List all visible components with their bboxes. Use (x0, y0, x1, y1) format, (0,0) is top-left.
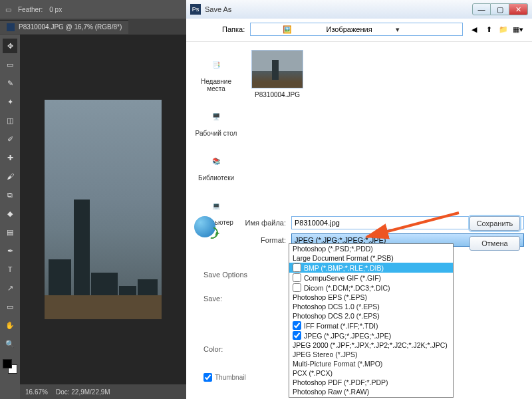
view-menu-icon[interactable]: ▦▾ (512, 23, 524, 35)
format-option-label: JPEG 2000 (*.JPF;*.JPX;*.JP2;*.J2C;*.J2K… (293, 341, 448, 349)
format-option[interactable]: Multi-Picture Format (*.MPO) (289, 359, 453, 368)
feather-value: 0 px (49, 6, 62, 13)
feather-label: Feather: (18, 6, 43, 13)
format-option-checkbox[interactable] (293, 273, 301, 282)
minimize-button[interactable]: — (472, 3, 491, 15)
format-option-checkbox[interactable] (293, 283, 301, 292)
format-option-label: Photoshop EPS (*.EPS) (293, 293, 367, 301)
format-option[interactable]: Photoshop DCS 1.0 (*.EPS) (289, 302, 453, 311)
desktop-icon: 🖥️ (205, 106, 227, 127)
format-label: Format: (229, 236, 286, 244)
back-icon[interactable]: ◀ (468, 23, 480, 35)
format-option[interactable]: Photoshop Raw (*.RAW) (289, 387, 453, 396)
eraser-tool-icon[interactable]: ◆ (3, 206, 17, 221)
zoom-tool-icon[interactable]: 🔍 (3, 336, 17, 351)
libraries-icon: 📚 (205, 150, 227, 172)
marquee-tool-icon[interactable]: ▭ (3, 57, 17, 72)
format-option-label: Large Document Format (*.PSB) (293, 254, 394, 262)
document-tab-bar: P8310004.JPG @ 16,7% (RGB/8*) (0, 19, 186, 35)
format-option[interactable]: Photoshop DCS 2.0 (*.EPS) (289, 311, 453, 321)
format-option[interactable]: Pixar (*.PXR) (289, 396, 453, 398)
up-icon[interactable]: ⬆ (483, 23, 495, 35)
thumbnail-chk-label: Thumbnail (215, 374, 246, 381)
format-option-label: Photoshop DCS 1.0 (*.EPS) (293, 303, 380, 311)
filename-value: P8310004.jpg (295, 219, 340, 227)
dialog-title: Save As (205, 5, 231, 13)
shape-tool-icon[interactable]: ▭ (3, 299, 17, 314)
format-option[interactable]: CompuServe GIF (*.GIF) (289, 273, 453, 283)
doc-size: Doc: 22,9M/22,9M (56, 388, 110, 396)
move-tool-icon[interactable]: ✥ (3, 39, 17, 53)
ps-file-icon (7, 23, 15, 31)
format-option-checkbox[interactable] (293, 263, 301, 272)
type-tool-icon[interactable]: T (3, 262, 17, 277)
foreground-color[interactable] (3, 359, 12, 368)
format-option-label: Photoshop (*.PSD;*.PDD) (293, 245, 373, 253)
new-folder-icon[interactable]: 📁 (497, 23, 509, 35)
sidebar-item-label: Рабочий стол (196, 130, 237, 137)
document-tab[interactable]: P8310004.JPG @ 16,7% (RGB/8*) (0, 20, 128, 34)
file-thumbnail[interactable]: P8310004.JPG (251, 50, 303, 98)
format-option-label: PCX (*.PCX) (293, 369, 332, 377)
format-option[interactable]: JPEG Stereo (*.JPS) (289, 350, 453, 359)
format-option-label: Photoshop PDF (*.PDF;*.PDP) (293, 378, 388, 386)
format-option-label: BMP (*.BMP;*.RLE;*.DIB) (304, 264, 384, 272)
format-option[interactable]: JPEG (*.JPG;*.JPEG;*.JPE) (289, 331, 453, 340)
format-option-label: IFF Format (*.IFF;*.TDI) (304, 322, 378, 330)
canvas[interactable] (20, 35, 186, 384)
square-selector-icon: ▭ (5, 6, 11, 13)
sidebar-item-recent[interactable]: 📑 Недавние места (201, 54, 231, 92)
gradient-tool-icon[interactable]: ▤ (3, 225, 17, 239)
chevron-down-icon[interactable]: ▾ (392, 25, 462, 34)
pen-tool-icon[interactable]: ✒ (3, 243, 17, 258)
pictures-folder-icon: 🖼️ (253, 23, 321, 35)
save-button[interactable]: Сохранить (469, 216, 520, 231)
eyedropper-tool-icon[interactable]: ✐ (3, 132, 17, 146)
format-dropdown-list[interactable]: Photoshop (*.PSD;*.PDD)Large Document Fo… (289, 243, 454, 398)
close-button[interactable]: ✕ (509, 3, 528, 15)
stamp-tool-icon[interactable]: ⧉ (3, 188, 17, 202)
lasso-tool-icon[interactable]: ✎ (3, 76, 17, 90)
brush-tool-icon[interactable]: 🖌 (3, 169, 17, 184)
sidebar-item-desktop[interactable]: 🖥️ Рабочий стол (196, 106, 237, 137)
folder-combobox[interactable]: 🖼️ Изображения ▾ (250, 23, 463, 36)
format-option[interactable]: JPEG 2000 (*.JPF;*.JPX;*.JP2;*.J2C;*.J2K… (289, 340, 453, 350)
file-list[interactable]: P8310004.JPG (246, 42, 532, 226)
maximize-button[interactable]: ▢ (491, 3, 509, 15)
folder-value: Изображения (323, 25, 392, 33)
dialog-titlebar[interactable]: Ps Save As — ▢ ✕ (186, 0, 532, 19)
recent-icon: 📑 (205, 54, 227, 75)
places-sidebar: 📑 Недавние места 🖥️ Рабочий стол 📚 Библи… (186, 42, 246, 226)
format-option-checkbox[interactable] (293, 331, 301, 340)
format-option[interactable]: Photoshop EPS (*.EPS) (289, 293, 453, 302)
thumbnail-checkbox[interactable] (203, 373, 212, 382)
format-option[interactable]: IFF Format (*.IFF;*.TDI) (289, 321, 453, 331)
heal-tool-icon[interactable]: ✚ (3, 150, 17, 165)
format-option-label: JPEG Stereo (*.JPS) (293, 350, 357, 358)
format-option-label: CompuServe GIF (*.GIF) (304, 274, 381, 282)
photoshop-window: ▭ Feather: 0 px P8310004.JPG @ 16,7% (RG… (0, 0, 186, 399)
format-option-label: JPEG (*.JPG;*.JPEG;*.JPE) (304, 332, 391, 340)
format-option[interactable]: Photoshop PDF (*.PDF;*.PDP) (289, 378, 453, 387)
format-option[interactable]: Photoshop (*.PSD;*.PDD) (289, 244, 453, 253)
sidebar-item-label: Недавние места (201, 78, 231, 92)
format-option[interactable]: Large Document Format (*.PSB) (289, 253, 453, 263)
cancel-button[interactable]: Отмена (469, 236, 520, 251)
sidebar-item-label: Библиотеки (198, 174, 234, 182)
color-label: Color: (203, 333, 243, 353)
format-option-label: Dicom (*.DCM;*.DC3;*.DIC) (304, 284, 390, 292)
status-bar: 16.67% Doc: 22,9M/22,9M (20, 384, 186, 399)
format-option[interactable]: BMP (*.BMP;*.RLE;*.DIB) (289, 263, 453, 273)
hand-tool-icon[interactable]: ✋ (3, 318, 17, 332)
format-option[interactable]: PCX (*.PCX) (289, 368, 453, 378)
format-option[interactable]: Dicom (*.DCM;*.DC3;*.DIC) (289, 283, 453, 293)
ps-icon: Ps (190, 4, 201, 15)
sidebar-item-libraries[interactable]: 📚 Библиотеки (198, 150, 234, 182)
zoom-level[interactable]: 16.67% (25, 388, 48, 396)
color-swatches[interactable] (1, 358, 19, 375)
computer-icon: 💻 (205, 195, 227, 216)
path-tool-icon[interactable]: ↗ (3, 281, 17, 295)
wand-tool-icon[interactable]: ✦ (3, 94, 17, 109)
format-option-checkbox[interactable] (293, 321, 301, 330)
crop-tool-icon[interactable]: ◫ (3, 113, 17, 128)
